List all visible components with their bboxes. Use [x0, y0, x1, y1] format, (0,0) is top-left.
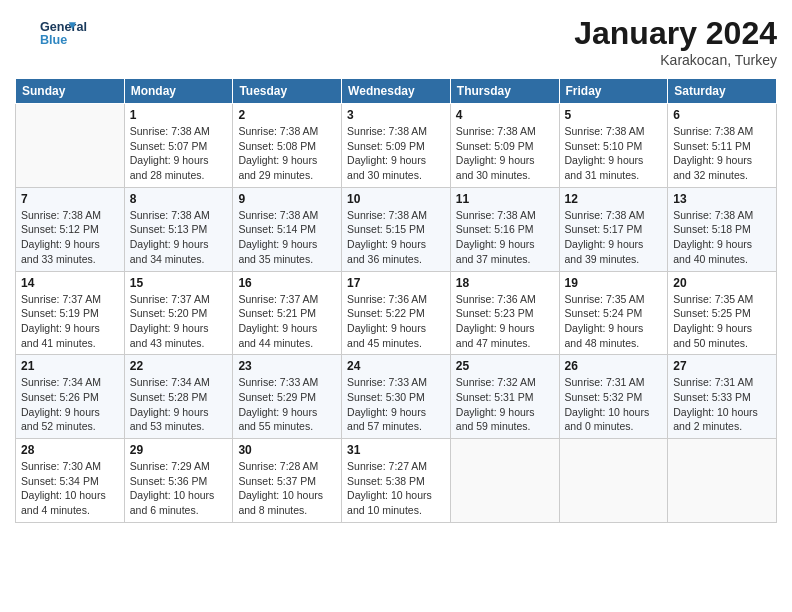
day-number: 1 [130, 108, 228, 122]
day-info: Sunrise: 7:29 AMSunset: 5:36 PMDaylight:… [130, 459, 228, 518]
calendar-cell: 8Sunrise: 7:38 AMSunset: 5:13 PMDaylight… [124, 187, 233, 271]
day-info: Sunrise: 7:36 AMSunset: 5:22 PMDaylight:… [347, 292, 445, 351]
calendar-cell: 15Sunrise: 7:37 AMSunset: 5:20 PMDayligh… [124, 271, 233, 355]
calendar-cell: 29Sunrise: 7:29 AMSunset: 5:36 PMDayligh… [124, 439, 233, 523]
day-info: Sunrise: 7:38 AMSunset: 5:09 PMDaylight:… [347, 124, 445, 183]
svg-text:Blue: Blue [40, 33, 67, 47]
day-number: 4 [456, 108, 554, 122]
day-info: Sunrise: 7:38 AMSunset: 5:08 PMDaylight:… [238, 124, 336, 183]
day-number: 10 [347, 192, 445, 206]
calendar-cell: 18Sunrise: 7:36 AMSunset: 5:23 PMDayligh… [450, 271, 559, 355]
day-number: 9 [238, 192, 336, 206]
calendar-cell: 14Sunrise: 7:37 AMSunset: 5:19 PMDayligh… [16, 271, 125, 355]
day-info: Sunrise: 7:38 AMSunset: 5:17 PMDaylight:… [565, 208, 663, 267]
day-info: Sunrise: 7:38 AMSunset: 5:16 PMDaylight:… [456, 208, 554, 267]
day-header-friday: Friday [559, 79, 668, 104]
calendar-cell: 7Sunrise: 7:38 AMSunset: 5:12 PMDaylight… [16, 187, 125, 271]
day-number: 15 [130, 276, 228, 290]
calendar-cell: 11Sunrise: 7:38 AMSunset: 5:16 PMDayligh… [450, 187, 559, 271]
calendar-cell: 28Sunrise: 7:30 AMSunset: 5:34 PMDayligh… [16, 439, 125, 523]
day-number: 22 [130, 359, 228, 373]
calendar-table: SundayMondayTuesdayWednesdayThursdayFrid… [15, 78, 777, 523]
day-info: Sunrise: 7:38 AMSunset: 5:14 PMDaylight:… [238, 208, 336, 267]
day-info: Sunrise: 7:38 AMSunset: 5:15 PMDaylight:… [347, 208, 445, 267]
day-number: 14 [21, 276, 119, 290]
day-header-monday: Monday [124, 79, 233, 104]
day-info: Sunrise: 7:37 AMSunset: 5:20 PMDaylight:… [130, 292, 228, 351]
title-section: January 2024 Karakocan, Turkey [574, 15, 777, 68]
day-info: Sunrise: 7:28 AMSunset: 5:37 PMDaylight:… [238, 459, 336, 518]
logo-icon: General Blue [18, 15, 98, 51]
week-row-4: 21Sunrise: 7:34 AMSunset: 5:26 PMDayligh… [16, 355, 777, 439]
calendar-cell: 30Sunrise: 7:28 AMSunset: 5:37 PMDayligh… [233, 439, 342, 523]
day-number: 21 [21, 359, 119, 373]
day-header-wednesday: Wednesday [342, 79, 451, 104]
calendar-cell: 23Sunrise: 7:33 AMSunset: 5:29 PMDayligh… [233, 355, 342, 439]
calendar-cell: 10Sunrise: 7:38 AMSunset: 5:15 PMDayligh… [342, 187, 451, 271]
calendar-cell: 27Sunrise: 7:31 AMSunset: 5:33 PMDayligh… [668, 355, 777, 439]
day-number: 13 [673, 192, 771, 206]
day-number: 5 [565, 108, 663, 122]
day-number: 16 [238, 276, 336, 290]
day-header-tuesday: Tuesday [233, 79, 342, 104]
day-info: Sunrise: 7:32 AMSunset: 5:31 PMDaylight:… [456, 375, 554, 434]
day-header-sunday: Sunday [16, 79, 125, 104]
day-info: Sunrise: 7:31 AMSunset: 5:33 PMDaylight:… [673, 375, 771, 434]
day-number: 12 [565, 192, 663, 206]
location: Karakocan, Turkey [574, 52, 777, 68]
day-info: Sunrise: 7:33 AMSunset: 5:29 PMDaylight:… [238, 375, 336, 434]
calendar-cell [668, 439, 777, 523]
calendar-header-row: SundayMondayTuesdayWednesdayThursdayFrid… [16, 79, 777, 104]
calendar-cell: 12Sunrise: 7:38 AMSunset: 5:17 PMDayligh… [559, 187, 668, 271]
day-number: 6 [673, 108, 771, 122]
day-info: Sunrise: 7:38 AMSunset: 5:10 PMDaylight:… [565, 124, 663, 183]
day-info: Sunrise: 7:38 AMSunset: 5:18 PMDaylight:… [673, 208, 771, 267]
day-info: Sunrise: 7:36 AMSunset: 5:23 PMDaylight:… [456, 292, 554, 351]
calendar-cell: 19Sunrise: 7:35 AMSunset: 5:24 PMDayligh… [559, 271, 668, 355]
calendar-cell: 2Sunrise: 7:38 AMSunset: 5:08 PMDaylight… [233, 104, 342, 188]
day-info: Sunrise: 7:38 AMSunset: 5:07 PMDaylight:… [130, 124, 228, 183]
day-info: Sunrise: 7:37 AMSunset: 5:21 PMDaylight:… [238, 292, 336, 351]
calendar-cell: 9Sunrise: 7:38 AMSunset: 5:14 PMDaylight… [233, 187, 342, 271]
day-info: Sunrise: 7:34 AMSunset: 5:28 PMDaylight:… [130, 375, 228, 434]
calendar-cell: 1Sunrise: 7:38 AMSunset: 5:07 PMDaylight… [124, 104, 233, 188]
calendar-cell: 4Sunrise: 7:38 AMSunset: 5:09 PMDaylight… [450, 104, 559, 188]
day-info: Sunrise: 7:38 AMSunset: 5:11 PMDaylight:… [673, 124, 771, 183]
day-number: 26 [565, 359, 663, 373]
day-number: 19 [565, 276, 663, 290]
calendar-cell: 31Sunrise: 7:27 AMSunset: 5:38 PMDayligh… [342, 439, 451, 523]
logo: General Blue [15, 15, 98, 55]
calendar-cell: 26Sunrise: 7:31 AMSunset: 5:32 PMDayligh… [559, 355, 668, 439]
day-number: 11 [456, 192, 554, 206]
calendar-cell: 20Sunrise: 7:35 AMSunset: 5:25 PMDayligh… [668, 271, 777, 355]
calendar-cell: 16Sunrise: 7:37 AMSunset: 5:21 PMDayligh… [233, 271, 342, 355]
day-number: 3 [347, 108, 445, 122]
calendar-cell: 17Sunrise: 7:36 AMSunset: 5:22 PMDayligh… [342, 271, 451, 355]
day-number: 31 [347, 443, 445, 457]
calendar-cell: 22Sunrise: 7:34 AMSunset: 5:28 PMDayligh… [124, 355, 233, 439]
day-info: Sunrise: 7:37 AMSunset: 5:19 PMDaylight:… [21, 292, 119, 351]
day-info: Sunrise: 7:38 AMSunset: 5:12 PMDaylight:… [21, 208, 119, 267]
day-number: 28 [21, 443, 119, 457]
day-info: Sunrise: 7:35 AMSunset: 5:25 PMDaylight:… [673, 292, 771, 351]
day-number: 24 [347, 359, 445, 373]
calendar-cell: 24Sunrise: 7:33 AMSunset: 5:30 PMDayligh… [342, 355, 451, 439]
day-header-thursday: Thursday [450, 79, 559, 104]
calendar-cell: 21Sunrise: 7:34 AMSunset: 5:26 PMDayligh… [16, 355, 125, 439]
day-number: 29 [130, 443, 228, 457]
header: General Blue January 2024 Karakocan, Tur… [15, 15, 777, 68]
week-row-3: 14Sunrise: 7:37 AMSunset: 5:19 PMDayligh… [16, 271, 777, 355]
day-info: Sunrise: 7:27 AMSunset: 5:38 PMDaylight:… [347, 459, 445, 518]
day-info: Sunrise: 7:30 AMSunset: 5:34 PMDaylight:… [21, 459, 119, 518]
day-number: 25 [456, 359, 554, 373]
day-number: 2 [238, 108, 336, 122]
day-number: 7 [21, 192, 119, 206]
calendar-cell [16, 104, 125, 188]
day-number: 8 [130, 192, 228, 206]
day-info: Sunrise: 7:38 AMSunset: 5:09 PMDaylight:… [456, 124, 554, 183]
day-info: Sunrise: 7:31 AMSunset: 5:32 PMDaylight:… [565, 375, 663, 434]
week-row-1: 1Sunrise: 7:38 AMSunset: 5:07 PMDaylight… [16, 104, 777, 188]
day-number: 18 [456, 276, 554, 290]
day-info: Sunrise: 7:34 AMSunset: 5:26 PMDaylight:… [21, 375, 119, 434]
day-info: Sunrise: 7:35 AMSunset: 5:24 PMDaylight:… [565, 292, 663, 351]
